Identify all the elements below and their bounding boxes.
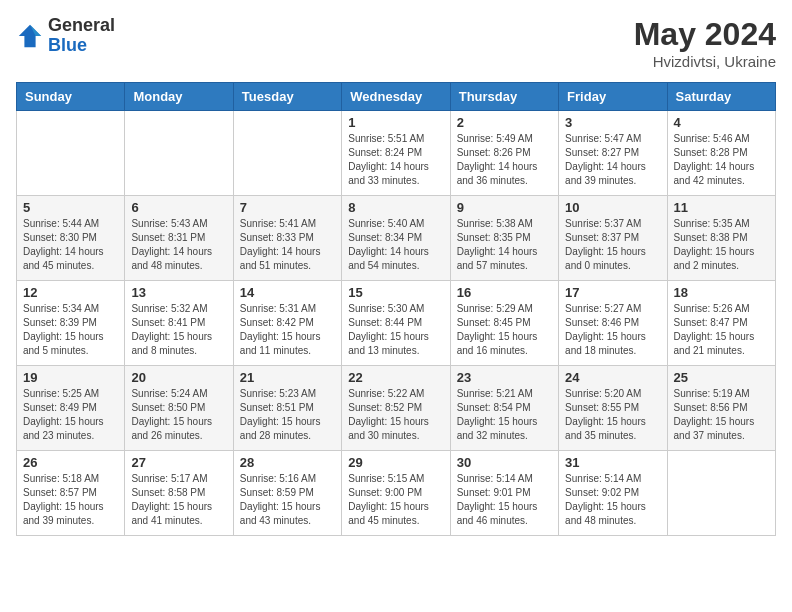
calendar-week-row: 5Sunrise: 5:44 AM Sunset: 8:30 PM Daylig… (17, 196, 776, 281)
day-number: 29 (348, 455, 443, 470)
day-info: Sunrise: 5:47 AM Sunset: 8:27 PM Dayligh… (565, 132, 660, 188)
logo-general-label: General (48, 16, 115, 36)
day-info: Sunrise: 5:46 AM Sunset: 8:28 PM Dayligh… (674, 132, 769, 188)
calendar-week-row: 12Sunrise: 5:34 AM Sunset: 8:39 PM Dayli… (17, 281, 776, 366)
day-info: Sunrise: 5:17 AM Sunset: 8:58 PM Dayligh… (131, 472, 226, 528)
calendar-cell: 13Sunrise: 5:32 AM Sunset: 8:41 PM Dayli… (125, 281, 233, 366)
day-number: 6 (131, 200, 226, 215)
day-number: 17 (565, 285, 660, 300)
day-number: 19 (23, 370, 118, 385)
day-number: 27 (131, 455, 226, 470)
logo-blue-label: Blue (48, 36, 115, 56)
day-number: 14 (240, 285, 335, 300)
calendar-cell: 21Sunrise: 5:23 AM Sunset: 8:51 PM Dayli… (233, 366, 341, 451)
calendar-cell: 10Sunrise: 5:37 AM Sunset: 8:37 PM Dayli… (559, 196, 667, 281)
day-info: Sunrise: 5:38 AM Sunset: 8:35 PM Dayligh… (457, 217, 552, 273)
day-number: 24 (565, 370, 660, 385)
calendar-cell: 26Sunrise: 5:18 AM Sunset: 8:57 PM Dayli… (17, 451, 125, 536)
day-number: 2 (457, 115, 552, 130)
calendar-cell: 28Sunrise: 5:16 AM Sunset: 8:59 PM Dayli… (233, 451, 341, 536)
weekday-header: Monday (125, 83, 233, 111)
day-number: 28 (240, 455, 335, 470)
day-number: 9 (457, 200, 552, 215)
calendar-cell (125, 111, 233, 196)
calendar-week-row: 19Sunrise: 5:25 AM Sunset: 8:49 PM Dayli… (17, 366, 776, 451)
day-number: 18 (674, 285, 769, 300)
day-number: 8 (348, 200, 443, 215)
day-number: 10 (565, 200, 660, 215)
day-number: 1 (348, 115, 443, 130)
day-info: Sunrise: 5:32 AM Sunset: 8:41 PM Dayligh… (131, 302, 226, 358)
day-number: 20 (131, 370, 226, 385)
day-number: 12 (23, 285, 118, 300)
day-info: Sunrise: 5:34 AM Sunset: 8:39 PM Dayligh… (23, 302, 118, 358)
calendar-cell: 31Sunrise: 5:14 AM Sunset: 9:02 PM Dayli… (559, 451, 667, 536)
day-number: 13 (131, 285, 226, 300)
calendar-cell: 3Sunrise: 5:47 AM Sunset: 8:27 PM Daylig… (559, 111, 667, 196)
weekday-header: Thursday (450, 83, 558, 111)
day-info: Sunrise: 5:51 AM Sunset: 8:24 PM Dayligh… (348, 132, 443, 188)
calendar-cell: 9Sunrise: 5:38 AM Sunset: 8:35 PM Daylig… (450, 196, 558, 281)
calendar-location: Hvizdivtsi, Ukraine (634, 53, 776, 70)
calendar-cell: 11Sunrise: 5:35 AM Sunset: 8:38 PM Dayli… (667, 196, 775, 281)
calendar-week-row: 1Sunrise: 5:51 AM Sunset: 8:24 PM Daylig… (17, 111, 776, 196)
day-info: Sunrise: 5:37 AM Sunset: 8:37 PM Dayligh… (565, 217, 660, 273)
day-info: Sunrise: 5:31 AM Sunset: 8:42 PM Dayligh… (240, 302, 335, 358)
day-info: Sunrise: 5:40 AM Sunset: 8:34 PM Dayligh… (348, 217, 443, 273)
day-info: Sunrise: 5:49 AM Sunset: 8:26 PM Dayligh… (457, 132, 552, 188)
calendar-title: May 2024 (634, 16, 776, 53)
calendar-cell: 8Sunrise: 5:40 AM Sunset: 8:34 PM Daylig… (342, 196, 450, 281)
day-info: Sunrise: 5:27 AM Sunset: 8:46 PM Dayligh… (565, 302, 660, 358)
day-info: Sunrise: 5:30 AM Sunset: 8:44 PM Dayligh… (348, 302, 443, 358)
day-info: Sunrise: 5:29 AM Sunset: 8:45 PM Dayligh… (457, 302, 552, 358)
day-number: 25 (674, 370, 769, 385)
day-info: Sunrise: 5:14 AM Sunset: 9:01 PM Dayligh… (457, 472, 552, 528)
day-info: Sunrise: 5:15 AM Sunset: 9:00 PM Dayligh… (348, 472, 443, 528)
calendar-cell: 6Sunrise: 5:43 AM Sunset: 8:31 PM Daylig… (125, 196, 233, 281)
day-info: Sunrise: 5:16 AM Sunset: 8:59 PM Dayligh… (240, 472, 335, 528)
calendar-cell: 18Sunrise: 5:26 AM Sunset: 8:47 PM Dayli… (667, 281, 775, 366)
calendar-table: SundayMondayTuesdayWednesdayThursdayFrid… (16, 82, 776, 536)
calendar-cell (17, 111, 125, 196)
calendar-cell: 12Sunrise: 5:34 AM Sunset: 8:39 PM Dayli… (17, 281, 125, 366)
day-number: 11 (674, 200, 769, 215)
calendar-cell: 1Sunrise: 5:51 AM Sunset: 8:24 PM Daylig… (342, 111, 450, 196)
logo-icon (16, 22, 44, 50)
day-info: Sunrise: 5:41 AM Sunset: 8:33 PM Dayligh… (240, 217, 335, 273)
day-info: Sunrise: 5:26 AM Sunset: 8:47 PM Dayligh… (674, 302, 769, 358)
weekday-header-row: SundayMondayTuesdayWednesdayThursdayFrid… (17, 83, 776, 111)
day-number: 16 (457, 285, 552, 300)
day-info: Sunrise: 5:20 AM Sunset: 8:55 PM Dayligh… (565, 387, 660, 443)
calendar-cell (667, 451, 775, 536)
day-number: 23 (457, 370, 552, 385)
day-info: Sunrise: 5:18 AM Sunset: 8:57 PM Dayligh… (23, 472, 118, 528)
day-info: Sunrise: 5:44 AM Sunset: 8:30 PM Dayligh… (23, 217, 118, 273)
day-number: 21 (240, 370, 335, 385)
day-info: Sunrise: 5:43 AM Sunset: 8:31 PM Dayligh… (131, 217, 226, 273)
calendar-cell: 24Sunrise: 5:20 AM Sunset: 8:55 PM Dayli… (559, 366, 667, 451)
calendar-cell: 16Sunrise: 5:29 AM Sunset: 8:45 PM Dayli… (450, 281, 558, 366)
calendar-cell: 17Sunrise: 5:27 AM Sunset: 8:46 PM Dayli… (559, 281, 667, 366)
day-info: Sunrise: 5:19 AM Sunset: 8:56 PM Dayligh… (674, 387, 769, 443)
day-info: Sunrise: 5:22 AM Sunset: 8:52 PM Dayligh… (348, 387, 443, 443)
day-info: Sunrise: 5:35 AM Sunset: 8:38 PM Dayligh… (674, 217, 769, 273)
day-number: 15 (348, 285, 443, 300)
day-info: Sunrise: 5:14 AM Sunset: 9:02 PM Dayligh… (565, 472, 660, 528)
weekday-header: Friday (559, 83, 667, 111)
day-number: 30 (457, 455, 552, 470)
day-number: 5 (23, 200, 118, 215)
page-header: General Blue May 2024 Hvizdivtsi, Ukrain… (16, 16, 776, 70)
day-number: 4 (674, 115, 769, 130)
day-number: 7 (240, 200, 335, 215)
title-block: May 2024 Hvizdivtsi, Ukraine (634, 16, 776, 70)
calendar-cell: 23Sunrise: 5:21 AM Sunset: 8:54 PM Dayli… (450, 366, 558, 451)
day-info: Sunrise: 5:24 AM Sunset: 8:50 PM Dayligh… (131, 387, 226, 443)
calendar-cell: 25Sunrise: 5:19 AM Sunset: 8:56 PM Dayli… (667, 366, 775, 451)
calendar-week-row: 26Sunrise: 5:18 AM Sunset: 8:57 PM Dayli… (17, 451, 776, 536)
weekday-header: Saturday (667, 83, 775, 111)
calendar-cell (233, 111, 341, 196)
day-info: Sunrise: 5:21 AM Sunset: 8:54 PM Dayligh… (457, 387, 552, 443)
calendar-cell: 19Sunrise: 5:25 AM Sunset: 8:49 PM Dayli… (17, 366, 125, 451)
day-number: 3 (565, 115, 660, 130)
day-number: 31 (565, 455, 660, 470)
